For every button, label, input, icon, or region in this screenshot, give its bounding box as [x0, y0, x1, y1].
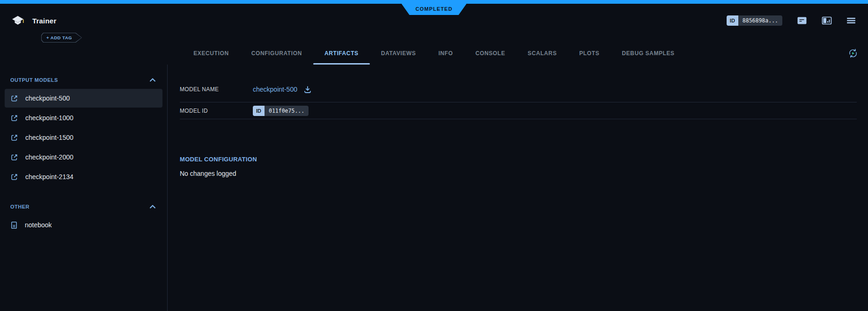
sidebar-item-checkpoint-1000[interactable]: checkpoint-1000 — [5, 108, 162, 127]
model-name-row: MODEL NAME checkpoint-500 — [180, 77, 857, 102]
content: OUTPUT MODELS checkpoint-500 — [0, 65, 868, 311]
section-other: OTHER notebook — [0, 198, 167, 234]
tab-configuration[interactable]: CONFIGURATION — [240, 42, 313, 65]
tab-scalars[interactable]: SCALARS — [516, 42, 568, 65]
tab-console[interactable]: CONSOLE — [464, 42, 516, 65]
artifact-details-panel: MODEL NAME checkpoint-500 MODEL ID ID 01… — [168, 65, 868, 311]
experiment-id-badge[interactable]: ID 8856898a... — [727, 15, 782, 26]
sidebar-item-notebook[interactable]: notebook — [5, 216, 162, 234]
section-header-other: OTHER — [0, 198, 167, 215]
tabs: EXECUTION CONFIGURATION ARTIFACTS DATAVI… — [0, 42, 868, 65]
model-configuration-section: MODEL CONFIGURATION No changes logged — [180, 156, 857, 177]
external-link-icon — [10, 134, 18, 142]
external-link-icon — [10, 153, 18, 161]
model-id-row: MODEL ID ID 011f0e75... — [180, 102, 857, 119]
external-link-icon — [10, 114, 18, 122]
model-id-badge[interactable]: ID 011f0e75... — [253, 106, 309, 116]
add-tag-button[interactable]: + ADD TAG — [41, 33, 82, 43]
sidebar-item-label: checkpoint-2000 — [25, 153, 74, 161]
chevron-up-icon[interactable] — [149, 78, 156, 82]
add-tag-label: + ADD TAG — [42, 33, 81, 42]
top-accent-bar — [0, 0, 868, 4]
document-icon — [10, 221, 18, 229]
brand: Trainer — [11, 15, 56, 26]
id-chip-label: ID — [727, 15, 738, 26]
divider — [180, 119, 857, 119]
sidebar-item-checkpoint-500[interactable]: checkpoint-500 — [5, 89, 162, 108]
sidebar-item-label: checkpoint-1000 — [25, 114, 74, 122]
page-title: Trainer — [32, 17, 56, 25]
id-chip-value: 011f0e75... — [265, 106, 309, 116]
id-chip-value: 8856898a... — [738, 15, 782, 26]
tab-plots[interactable]: PLOTS — [568, 42, 611, 65]
auto-refresh-icon[interactable] — [847, 48, 859, 59]
model-name-link[interactable]: checkpoint-500 — [253, 86, 297, 93]
sidebar-item-label: checkpoint-500 — [25, 94, 70, 102]
sidebar-item-checkpoint-1500[interactable]: checkpoint-1500 — [5, 128, 162, 147]
id-chip-label: ID — [253, 106, 265, 116]
model-name-label: MODEL NAME — [180, 86, 253, 93]
model-configuration-message: No changes logged — [180, 170, 857, 177]
model-name-value: checkpoint-500 — [253, 85, 312, 94]
tab-bar: EXECUTION CONFIGURATION ARTIFACTS DATAVI… — [0, 42, 868, 65]
sidebar-item-label: notebook — [25, 221, 52, 229]
menu-icon[interactable] — [846, 16, 856, 25]
sidebar-item-label: checkpoint-2134 — [25, 173, 74, 181]
download-icon[interactable] — [303, 85, 312, 94]
model-id-label: MODEL ID — [180, 108, 253, 114]
tab-info[interactable]: INFO — [427, 42, 464, 65]
graduation-cap-icon — [11, 15, 24, 26]
tab-execution[interactable]: EXECUTION — [182, 42, 240, 65]
sidebar-item-label: checkpoint-1500 — [25, 134, 74, 141]
tab-dataviews[interactable]: DATAVIEWS — [370, 42, 427, 65]
tab-debug-samples[interactable]: DEBUG SAMPLES — [611, 42, 685, 65]
artifacts-sidebar: OUTPUT MODELS checkpoint-500 — [0, 65, 168, 311]
external-link-icon — [10, 173, 18, 181]
tab-artifacts[interactable]: ARTIFACTS — [313, 42, 370, 65]
sidebar-item-checkpoint-2134[interactable]: checkpoint-2134 — [5, 167, 162, 186]
section-title: OTHER — [10, 204, 29, 210]
external-link-icon — [10, 94, 18, 102]
section-title: OUTPUT MODELS — [10, 77, 58, 83]
sidebar-item-checkpoint-2000[interactable]: checkpoint-2000 — [5, 148, 162, 166]
chevron-up-icon[interactable] — [149, 204, 156, 209]
model-id-value: ID 011f0e75... — [253, 106, 309, 116]
header: Trainer + ADD TAG ID 8856898a... — [0, 4, 868, 42]
section-header-output-models: OUTPUT MODELS — [0, 72, 167, 88]
workspace-panel-icon[interactable] — [822, 16, 832, 25]
section-output-models: OUTPUT MODELS checkpoint-500 — [0, 72, 167, 186]
header-right-controls: ID 8856898a... — [727, 15, 856, 26]
model-configuration-title: MODEL CONFIGURATION — [180, 156, 857, 163]
details-icon[interactable] — [797, 16, 807, 25]
